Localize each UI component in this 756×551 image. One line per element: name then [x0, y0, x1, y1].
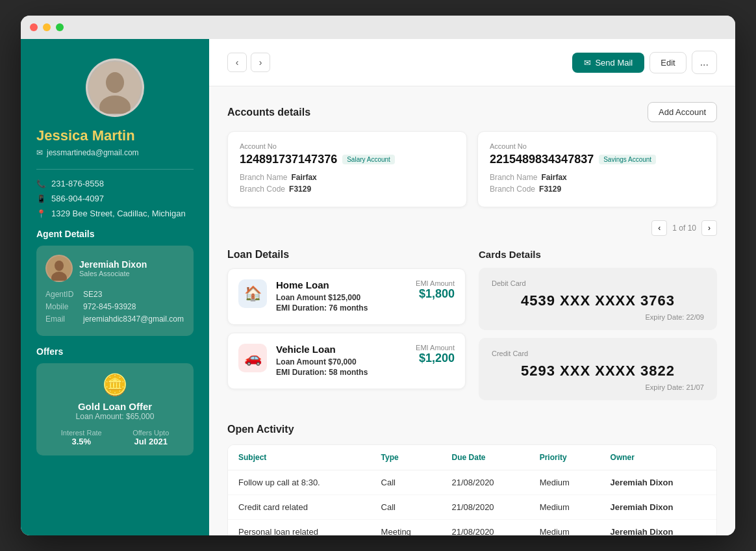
cards-section-title: Cards Details — [479, 249, 717, 260]
account-card-2: Account No 2215489834347837 Savings Acco… — [477, 131, 717, 207]
agent-header: Jeremiah Dixon Sales Associate — [45, 255, 184, 282]
credit-card-label: Credit Card — [492, 350, 704, 357]
add-account-button[interactable]: Add Account — [648, 102, 717, 122]
branch-name-row-1: Branch Name Fairfax — [240, 173, 455, 182]
agent-card: Jeremiah Dixon Sales Associate AgentID S… — [36, 246, 194, 336]
debit-card-label: Debit Card — [492, 279, 704, 287]
account-number-2: 2215489834347837 — [490, 153, 594, 166]
page-indicator: 1 of 10 — [672, 224, 696, 233]
accounts-section-title: Accounts details — [227, 107, 310, 118]
phone-1: 📞 231-876-8558 — [36, 179, 194, 188]
action-buttons: ✉ Send Mail Edit ... — [572, 51, 717, 74]
loans-section-title: Loan Details — [227, 249, 466, 261]
row3-owner: Jeremiah Dixon — [600, 520, 716, 536]
col-type: Type — [371, 445, 442, 470]
accounts-pagination: ‹ 1 of 10 › — [227, 220, 717, 236]
main-header: ‹ › ✉ Send Mail Edit ... — [209, 39, 735, 86]
account-card-1: Account No 124891737147376 Salary Accoun… — [227, 131, 467, 207]
credit-card-number: 5293 XXX XXXX 3822 — [492, 363, 704, 379]
row1-priority: Medium — [529, 470, 600, 495]
location-icon: 📍 — [36, 209, 46, 218]
edit-button[interactable]: Edit — [649, 52, 686, 73]
row1-subject: Follow up call at 8:30. — [228, 470, 371, 495]
offer-stat-upto: Offers Upto Jul 2021 — [132, 429, 169, 446]
activity-table-wrapper: Subject Type Due Date Priority Owner Fol… — [227, 444, 717, 535]
phone-icon: 📞 — [36, 179, 46, 188]
offer-stat-interest: Interest Rate 3.5% — [61, 429, 102, 446]
debit-card-expiry: Expiry Date: 22/09 — [492, 313, 704, 321]
credit-card-expiry: Expiry Date: 21/07 — [492, 383, 704, 391]
home-loan-icon: 🏠 — [238, 279, 267, 308]
branch-code-row-2: Branch Code F3129 — [490, 185, 705, 194]
account-number-1: 124891737147376 — [240, 153, 337, 166]
vehicle-loan-emi: EMI Amount $1,200 — [416, 344, 455, 365]
offer-amount: Loan Amount: $65,000 — [45, 412, 184, 421]
loan-card-home: 🏠 Home Loan Loan Amount $125,000 EMI Dur… — [227, 268, 466, 325]
close-dot[interactable] — [30, 23, 38, 31]
row2-type: Call — [371, 495, 442, 520]
accounts-grid: Account No 124891737147376 Salary Accoun… — [227, 131, 717, 207]
row3-due-date: 21/08/2020 — [442, 520, 529, 536]
table-header-row: Subject Type Due Date Priority Owner — [228, 445, 716, 470]
mobile-icon: 📱 — [36, 194, 46, 203]
vehicle-loan-details: Vehicle Loan Loan Amount $70,000 EMI Dur… — [276, 344, 407, 378]
more-button[interactable]: ... — [692, 51, 717, 74]
cards-section: Cards Details Debit Card 4539 XXX XXXX 3… — [479, 249, 717, 408]
row1-owner: Jeremiah Dixon — [600, 470, 716, 495]
branch-code-row-1: Branch Code F3129 — [240, 185, 455, 194]
nav-next-button[interactable]: › — [251, 53, 270, 72]
send-mail-button[interactable]: ✉ Send Mail — [572, 53, 644, 73]
page-prev-button[interactable]: ‹ — [651, 220, 667, 236]
branch-name-row-2: Branch Name Fairfax — [490, 173, 705, 182]
main-body: Accounts details Add Account Account No … — [209, 86, 735, 535]
svg-point-1 — [106, 72, 124, 93]
avatar-wrapper — [36, 58, 194, 117]
account-badge-1: Salary Account — [342, 155, 395, 164]
address: 📍 1329 Bee Street, Cadillac, Michigan — [36, 209, 194, 218]
agent-avatar — [45, 255, 73, 282]
activity-section: Open Activity Subject Type Due Date Prio… — [227, 424, 717, 535]
offers-card: 🪙 Gold Loan Offer Loan Amount: $65,000 I… — [36, 363, 194, 455]
offer-title: Gold Loan Offer — [45, 401, 184, 412]
account-no-label-2: Account No — [490, 142, 705, 150]
profile-email: ✉ jessmartineda@gmail.com — [36, 148, 194, 157]
maximize-dot[interactable] — [56, 23, 64, 31]
app-window: Jessica Martin ✉ jessmartineda@gmail.com… — [21, 16, 735, 535]
agent-email-row: Email jeremiahdic8347@gmail.com — [45, 314, 184, 324]
vehicle-loan-icon: 🚗 — [238, 344, 267, 372]
svg-point-4 — [55, 261, 64, 271]
avatar — [86, 58, 144, 117]
offer-stats: Interest Rate 3.5% Offers Upto Jul 2021 — [45, 429, 184, 446]
agent-name: Jeremiah Dixon — [79, 259, 147, 270]
row2-owner: Jeremiah Dixon — [600, 495, 716, 520]
table-row: Follow up call at 8:30. Call 21/08/2020 … — [228, 470, 716, 495]
minimize-dot[interactable] — [43, 23, 51, 31]
row3-priority: Medium — [529, 520, 600, 536]
agent-role: Sales Associate — [79, 270, 147, 277]
page-next-button[interactable]: › — [701, 220, 717, 236]
agent-info: Jeremiah Dixon Sales Associate — [79, 259, 147, 277]
row3-subject: Personal loan related — [228, 520, 371, 536]
activity-title: Open Activity — [227, 424, 717, 435]
row1-due-date: 21/08/2020 — [442, 470, 529, 495]
vehicle-loan-amount: Loan Amount $70,000 — [276, 357, 407, 366]
col-subject: Subject — [228, 445, 371, 470]
credit-card: Credit Card 5293 XXX XXXX 3822 Expiry Da… — [479, 338, 717, 400]
loan-card-vehicle: 🚗 Vehicle Loan Loan Amount $70,000 EMI D… — [227, 333, 466, 389]
account-number-row-1: 124891737147376 Salary Account — [240, 153, 455, 166]
nav-prev-button[interactable]: ‹ — [227, 53, 247, 72]
col-owner: Owner — [600, 445, 716, 470]
account-badge-2: Savings Account — [599, 155, 656, 164]
agent-section-title: Agent Details — [36, 229, 194, 239]
row2-priority: Medium — [529, 495, 600, 520]
table-row: Personal loan related Meeting 21/08/2020… — [228, 520, 716, 536]
home-loan-emi: EMI Amount $1,800 — [416, 279, 455, 301]
offer-icon: 🪙 — [45, 372, 184, 397]
row1-type: Call — [371, 470, 442, 495]
nav-arrows: ‹ › — [227, 53, 270, 72]
home-loan-title: Home Loan — [276, 279, 407, 290]
accounts-section-header: Accounts details Add Account — [227, 102, 717, 122]
debit-card: Debit Card 4539 XXX XXXX 3763 Expiry Dat… — [479, 268, 717, 330]
offers-section-title: Offers — [36, 346, 194, 357]
vehicle-loan-title: Vehicle Loan — [276, 344, 407, 355]
